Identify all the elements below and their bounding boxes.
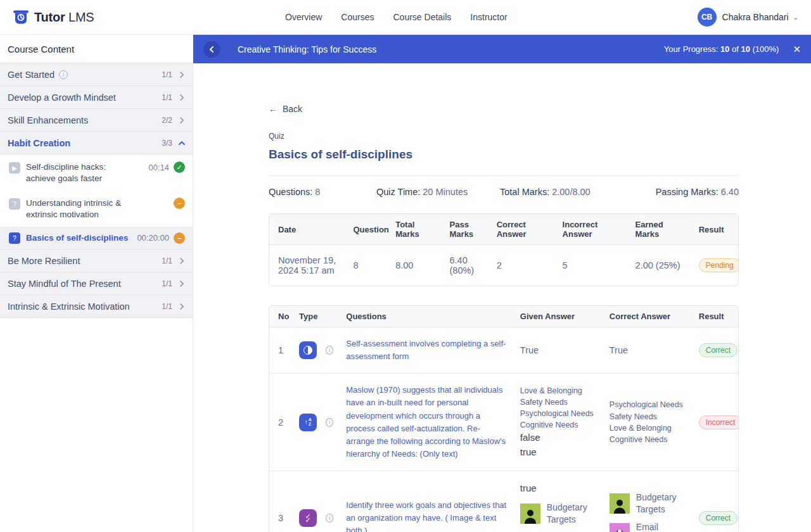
info-icon[interactable]: i (326, 418, 333, 427)
user-menu[interactable]: CB Chakra Bhandari ⌄ (698, 8, 798, 27)
pass-marks-percent: (80%) (450, 265, 484, 276)
date-line1: November 19, (278, 255, 340, 265)
col-question: Question (347, 214, 389, 245)
info-icon[interactable]: i (326, 346, 333, 355)
sidebar-section-get-started[interactable]: Get Started i 1/1 (0, 63, 193, 86)
minus-circle-icon: – (174, 232, 185, 244)
correct-image-answer: Budgetary Targets (610, 491, 686, 516)
col-questions: Questions (340, 306, 514, 327)
section-count: 1/1 (162, 279, 172, 288)
lesson-item-understanding-motivation[interactable]: ? Understanding intrinsic & extrinsic mo… (0, 191, 193, 227)
back-link[interactable]: ← Back (269, 104, 739, 114)
sidebar-section-skill-enhancements[interactable]: Skill Enhancements 2/2 (0, 109, 193, 132)
nav-link-overview[interactable]: Overview (285, 12, 322, 22)
brand-name: Tutor LMS (34, 10, 94, 25)
attempt-incorrect: 5 (556, 245, 629, 286)
progress-current: 10 (720, 44, 729, 54)
chevron-right-icon (179, 303, 185, 310)
given-item: true (520, 481, 597, 496)
status-badge: Pending (699, 258, 739, 272)
section-label: Skill Enhancements (8, 115, 88, 125)
table-header-row: No Type Questions Given Answer Correct A… (269, 306, 739, 327)
question-row: 1 i Self-assessment involves completing … (269, 327, 739, 373)
col-incorrect-answer: Incorrect Answer (556, 214, 629, 245)
brand-bold: Tutor (34, 10, 65, 24)
status-badge: Correct (699, 511, 738, 525)
course-content-sidebar: Course Content Get Started i 1/1 Develop… (0, 35, 193, 532)
course-title: Creative Thinking: Tips for Success (238, 44, 376, 54)
lesson-title: Understanding intrinsic & extrinsic moti… (26, 198, 127, 220)
question-text: Identify three work goals and objectives… (346, 500, 506, 532)
sidebar-section-be-more-resilient[interactable]: Be More Resilient 1/1 (0, 250, 193, 272)
correct-answer: True (603, 327, 693, 373)
questions-table: No Type Questions Given Answer Correct A… (269, 305, 739, 532)
sidebar-title: Course Content (0, 35, 193, 63)
pass-marks-value: 6.40 (450, 255, 484, 265)
sidebar-section-growth-mindset[interactable]: Develop a Growth Mindset 1/1 (0, 86, 193, 109)
given-item: Cognitive Needs (520, 419, 597, 431)
correct-item: Safety Needs (610, 411, 686, 422)
info-icon[interactable]: i (326, 514, 333, 522)
lesson-duration: 00:20:00 (137, 233, 169, 243)
page-title: Basics of self-disciplines (269, 148, 739, 162)
info-value: 8 (315, 187, 320, 197)
col-pass-marks: Pass Marks (444, 214, 490, 245)
budgetary-targets-image (610, 493, 630, 514)
attempt-correct: 2 (490, 245, 556, 286)
attempt-total-marks: 8.00 (389, 245, 443, 286)
email-accounts-image (610, 523, 630, 532)
nav-links: Overview Courses Course Details Instruct… (285, 12, 508, 22)
given-answer: Love & Belonging Safety Needs Psychologi… (514, 373, 603, 471)
progress-text: Your Progress: 10 of 10 (100%) (664, 44, 779, 54)
date-line2: 2024 5:17 am (278, 265, 340, 276)
col-correct-answer: Correct Answer (603, 306, 693, 327)
status-badge: Correct (699, 343, 738, 357)
info-total-marks: Total Marks:2.00/8.00 (500, 187, 642, 197)
ordering-type-icon: ↑AZ (299, 414, 317, 431)
chevron-right-icon (179, 117, 185, 124)
brand-logo[interactable]: Tutor LMS (13, 8, 94, 27)
close-icon[interactable]: ✕ (793, 44, 801, 55)
lesson-title: Self-discipline hacks: achieve goals fas… (26, 162, 127, 184)
given-item: Safety Needs (520, 396, 597, 408)
given-image-answer: Budgetary Targets (520, 502, 597, 526)
attempt-date: November 19,2024 5:17 am (269, 245, 347, 286)
info-value: 2.00/8.00 (552, 187, 590, 197)
attempt-pass-marks: 6.40(80%) (444, 245, 490, 286)
avatar: CB (698, 8, 717, 27)
attempt-question-count: 8 (347, 245, 389, 286)
attempt-earned: 2.00 (25%) (629, 245, 693, 286)
sidebar-section-intrinsic-extrinsic[interactable]: Intrinsic & Extrinsic Motivation 1/1 (0, 295, 193, 318)
question-text: Maslow (1970) suggests that all individu… (346, 385, 506, 459)
back-chevron-button[interactable] (203, 41, 220, 58)
info-value: 20 Minutes (423, 187, 468, 197)
sidebar-section-habit-creation[interactable]: Habit Creation 3/3 (0, 132, 193, 155)
lesson-item-self-discipline-hacks[interactable]: ▶ Self-discipline hacks: achieve goals f… (0, 155, 193, 191)
given-item: false (520, 431, 597, 445)
col-earned-marks: Earned Marks (629, 214, 693, 245)
nav-link-course-details[interactable]: Course Details (393, 12, 452, 22)
info-label: Total Marks: (500, 187, 549, 197)
info-label: Passing Marks: (656, 187, 718, 197)
nav-link-instructor[interactable]: Instructor (470, 12, 507, 22)
section-count: 3/3 (162, 139, 172, 148)
section-count: 1/1 (162, 93, 172, 102)
correct-item: Cognitive Needs (610, 434, 686, 445)
info-value: 6.40 (721, 187, 739, 197)
chevron-left-icon (208, 46, 215, 53)
tutor-lms-logo-icon (13, 8, 29, 27)
arrow-left-icon: ← (269, 104, 278, 114)
correct-answer: Psychological Needs Safety Needs Love & … (603, 373, 693, 471)
nav-link-courses[interactable]: Courses (341, 12, 374, 22)
budgetary-targets-image (520, 504, 540, 524)
chevron-right-icon (179, 72, 185, 78)
chevron-down-icon: ⌄ (793, 14, 798, 21)
chevron-up-icon (179, 140, 185, 146)
course-topbar: Creative Thinking: Tips for Success Your… (193, 35, 811, 63)
lesson-item-basics-of-self-disciplines[interactable]: ? Basics of self-disciplines 00:20:00 – (0, 227, 193, 249)
brand-light: LMS (68, 10, 94, 24)
quiz-question-icon: ? (9, 232, 20, 244)
section-label: Get Started (8, 70, 54, 80)
sidebar-section-stay-mindful[interactable]: Stay Mindful of The Present 1/1 (0, 272, 193, 295)
table-header-row: Date Question Total Marks Pass Marks Cor… (269, 214, 739, 245)
